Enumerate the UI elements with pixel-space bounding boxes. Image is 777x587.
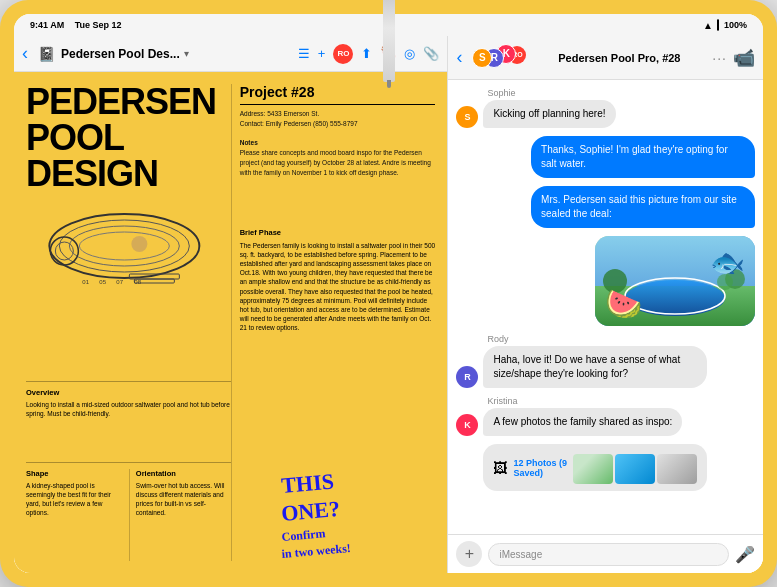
add-note-icon[interactable]: + bbox=[318, 46, 326, 61]
msg-link-wrap: 🖼 12 Photos (9 Saved) bbox=[483, 444, 707, 491]
photo-thumbnails bbox=[573, 454, 697, 484]
msg-text-bubble: Haha, love it! Do we have a sense of wha… bbox=[483, 346, 707, 388]
doc-title-area: PEDERSEN POOL DESIGN bbox=[26, 84, 231, 381]
doc-main-title: PEDERSEN POOL DESIGN bbox=[26, 84, 223, 192]
svg-text:THIS: THIS bbox=[281, 468, 336, 497]
msg-avatar-rody: R bbox=[456, 366, 478, 388]
back-button[interactable]: ‹ bbox=[22, 43, 28, 64]
message-row: Thanks, Sophie! I'm glad they're opting … bbox=[456, 136, 755, 178]
notes-title: Pedersen Pool Des... bbox=[61, 47, 180, 61]
message-row: S Sophie Kicking off planning here! bbox=[456, 88, 755, 128]
add-attachment-button[interactable]: + bbox=[456, 541, 482, 567]
message-row: Mrs. Pedersen said this picture from our… bbox=[456, 186, 755, 228]
msg-sender-sophie: Sophie bbox=[483, 88, 615, 98]
svg-text:01: 01 bbox=[82, 279, 89, 285]
msg-bubble-wrap: Rody Haha, love it! Do we have a sense o… bbox=[483, 334, 707, 388]
notes-book-icon: 📓 bbox=[38, 46, 55, 62]
handwriting-overlay: THIS ONE? Confirm in two weeks! bbox=[277, 463, 437, 563]
video-call-icon[interactable]: 📹 bbox=[733, 47, 755, 69]
msg-text-bubble: Kicking off planning here! bbox=[483, 100, 615, 128]
attachment-icon[interactable]: 📎 bbox=[423, 46, 439, 61]
battery-icon bbox=[717, 20, 720, 30]
notes-title-chevron[interactable]: ▾ bbox=[184, 48, 189, 59]
screen: 9:41 AM Tue Sep 12 ▲ 100% bbox=[14, 14, 763, 573]
msg-bubble-wrap: Thanks, Sophie! I'm glad they're opting … bbox=[531, 136, 755, 178]
ro-badge: RO bbox=[333, 44, 353, 64]
message-row: 🖼 12 Photos (9 Saved) bbox=[456, 444, 755, 491]
msg-bubble-wrap: Mrs. Pedersen said this picture from our… bbox=[531, 186, 755, 228]
watermelon-emoji: 🍉 bbox=[605, 286, 642, 321]
message-input[interactable]: iMessage bbox=[488, 543, 729, 566]
doc-shape: Shape A kidney-shaped pool is seemingly … bbox=[26, 469, 121, 561]
svg-text:ONE?: ONE? bbox=[281, 496, 342, 526]
message-row: R Rody Haha, love it! Do we have a sense… bbox=[456, 334, 755, 388]
messages-menu-icon[interactable]: ··· bbox=[712, 50, 727, 66]
message-row: K Kristina A few photos the family share… bbox=[456, 396, 755, 436]
message-input-bar: + iMessage 🎤 bbox=[448, 534, 763, 573]
msg-link-label: 12 Photos (9 Saved) bbox=[513, 458, 567, 478]
project-number: Project #28 bbox=[240, 84, 436, 105]
notes-content: PEDERSEN POOL DESIGN bbox=[14, 72, 447, 573]
msg-image-bubble[interactable]: 🍉 🐟 bbox=[595, 236, 755, 326]
msg-image-wrap: 🍉 🐟 bbox=[595, 236, 755, 326]
message-row: 🍉 🐟 bbox=[456, 236, 755, 326]
svg-text:Confirm: Confirm bbox=[281, 526, 326, 544]
doc-orientation: Orientation Swim-over hot tub access. Wi… bbox=[129, 469, 231, 561]
svg-point-3 bbox=[79, 232, 169, 260]
svg-text:05: 05 bbox=[99, 279, 106, 285]
messages-list[interactable]: S Sophie Kicking off planning here! Than… bbox=[448, 80, 763, 534]
doc-bottom: Shape A kidney-shaped pool is seemingly … bbox=[26, 462, 231, 561]
svg-point-12 bbox=[131, 236, 147, 252]
msg-link-bubble[interactable]: 🖼 12 Photos (9 Saved) bbox=[483, 444, 707, 491]
doc-address: Address: 5433 Emerson St. Contact: Emily… bbox=[240, 109, 436, 177]
msg-avatar-kristina: K bbox=[456, 414, 478, 436]
microphone-button[interactable]: 🎤 bbox=[735, 545, 755, 564]
notes-title-area: Pedersen Pool Des... ▾ bbox=[61, 47, 292, 61]
battery-percent: 100% bbox=[724, 20, 747, 30]
msg-text-bubble: Mrs. Pedersen said this picture from our… bbox=[531, 186, 755, 228]
wifi-icon: ▲ bbox=[703, 20, 713, 31]
msg-text-bubble: A few photos the family shared as inspo: bbox=[483, 408, 682, 436]
pool-sketch: 01 05 07 08 bbox=[26, 196, 223, 286]
messages-toolbar: ‹ S R K RO Pedersen Pool Pro, #28 ··· 📹 bbox=[448, 36, 763, 80]
date-display: Tue Sep 12 bbox=[75, 20, 122, 30]
msg-avatar-sophie: S bbox=[456, 106, 478, 128]
msg-sender-kristina: Kristina bbox=[483, 396, 682, 406]
notes-document: PEDERSEN POOL DESIGN bbox=[14, 72, 447, 573]
doc-right-area: Project #28 Address: 5433 Emerson St. Co… bbox=[231, 84, 436, 221]
share-icon[interactable]: ⬆ bbox=[361, 46, 372, 61]
fish-emoji: 🐟 bbox=[710, 246, 745, 279]
svg-text:07: 07 bbox=[116, 279, 123, 285]
message-placeholder: iMessage bbox=[499, 549, 542, 560]
messages-back-button[interactable]: ‹ bbox=[456, 47, 462, 68]
svg-text:08: 08 bbox=[134, 279, 141, 285]
avatar-sophie: S bbox=[472, 48, 492, 68]
smiley-icon[interactable]: ◎ bbox=[404, 46, 415, 61]
photos-icon: 🖼 bbox=[493, 460, 507, 476]
msg-bubble-wrap: Kristina A few photos the family shared … bbox=[483, 396, 682, 436]
msg-text-bubble: Thanks, Sophie! I'm glad they're opting … bbox=[531, 136, 755, 178]
apple-pencil bbox=[383, 0, 395, 82]
msg-sender-rody: Rody bbox=[483, 334, 707, 344]
group-name: Pedersen Pool Pro, #28 bbox=[532, 52, 706, 64]
svg-point-4 bbox=[50, 237, 78, 265]
notes-toolbar-right: ☰ + RO ⬆ 🔖 ◎ 📎 bbox=[298, 44, 440, 64]
ipad-frame: 9:41 AM Tue Sep 12 ▲ 100% bbox=[0, 0, 777, 587]
time-display: 9:41 AM bbox=[30, 20, 64, 30]
doc-overview: Overview Looking to install a mid-sized … bbox=[26, 381, 231, 462]
notes-app: ‹ 📓 Pedersen Pool Des... ▾ ☰ + RO ⬆ 🔖 ◎ … bbox=[14, 36, 448, 573]
svg-text:in two weeks!: in two weeks! bbox=[281, 541, 351, 561]
list-icon[interactable]: ☰ bbox=[298, 46, 310, 61]
messages-app: ‹ S R K RO Pedersen Pool Pro, #28 ··· 📹 bbox=[448, 36, 763, 573]
split-view: ‹ 📓 Pedersen Pool Des... ▾ ☰ + RO ⬆ 🔖 ◎ … bbox=[14, 36, 763, 573]
group-avatars: S R K RO bbox=[472, 44, 522, 72]
msg-bubble-wrap: Sophie Kicking off planning here! bbox=[483, 88, 615, 128]
